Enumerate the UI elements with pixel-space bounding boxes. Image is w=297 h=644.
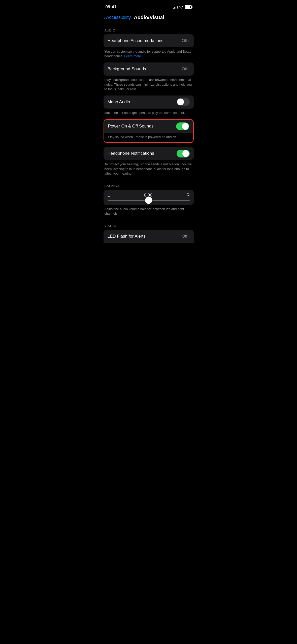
- back-chevron-icon: ‹: [104, 15, 105, 20]
- visual-section-label: VISUAL: [104, 220, 194, 230]
- main-content: AUDIO Headphone Accommodations Off › You…: [100, 24, 198, 243]
- headphone-accommodations-row[interactable]: Headphone Accommodations Off ›: [104, 34, 194, 47]
- battery-icon: [185, 5, 192, 9]
- learn-more-link[interactable]: Learn more...: [124, 54, 144, 58]
- balance-slider-thumb[interactable]: [145, 197, 152, 204]
- mono-audio-description: Make the left and right speakers play th…: [104, 109, 194, 119]
- nav-header: ‹ Accessibility Audio/Visual: [100, 13, 198, 24]
- mono-audio-row[interactable]: Mono Audio: [104, 95, 194, 109]
- balance-section-label: BALANCE: [104, 180, 194, 190]
- led-flash-label: LED Flash for Alerts: [108, 230, 146, 242]
- power-sounds-highlighted: Power On & Off Sounds Play sound when iP…: [104, 119, 194, 143]
- headphone-notifications-toggle[interactable]: [177, 150, 190, 157]
- power-sounds-description: Play sound when iPhone is powered on and…: [104, 133, 193, 142]
- back-label[interactable]: Accessibility: [106, 15, 131, 20]
- balance-right-label: R: [186, 193, 189, 198]
- power-sounds-row[interactable]: Power On & Off Sounds: [104, 120, 193, 133]
- chevron-right-icon: ›: [188, 234, 190, 238]
- balance-slider-track[interactable]: [108, 200, 190, 201]
- audio-section-label: AUDIO: [104, 24, 194, 34]
- balance-left-label: L: [108, 193, 110, 198]
- chevron-right-icon: ›: [188, 67, 190, 71]
- led-flash-row[interactable]: LED Flash for Alerts Off ›: [104, 230, 194, 243]
- mono-audio-label: Mono Audio: [108, 96, 130, 108]
- headphone-notifications-label: Headphone Notifications: [108, 147, 154, 159]
- led-flash-value: Off ›: [182, 234, 189, 239]
- mono-audio-toggle[interactable]: [177, 98, 190, 106]
- headphone-notifications-description: To protect your hearing, iPhone sends a …: [104, 160, 194, 180]
- balance-container: L 0.00 R: [104, 190, 194, 205]
- wifi-icon: [179, 6, 183, 9]
- status-icons: [173, 5, 192, 9]
- page-title: Audio/Visual: [134, 15, 164, 20]
- background-sounds-label: Background Sounds: [108, 63, 146, 75]
- headphone-accommodations-value: Off ›: [182, 38, 189, 43]
- power-sounds-toggle[interactable]: [176, 122, 189, 130]
- status-time: 09:41: [106, 5, 116, 10]
- headphone-notifications-row[interactable]: Headphone Notifications: [104, 147, 194, 160]
- balance-description: Adjust the audio volume balance between …: [104, 205, 194, 220]
- back-button[interactable]: ‹ Accessibility: [104, 15, 131, 20]
- status-bar: 09:41: [100, 0, 198, 13]
- power-sounds-label: Power On & Off Sounds: [108, 120, 154, 132]
- headphone-accommodations-label: Headphone Accommodations: [108, 35, 163, 47]
- background-sounds-row[interactable]: Background Sounds Off ›: [104, 62, 194, 76]
- chevron-right-icon: ›: [188, 39, 190, 43]
- signal-icon: [173, 6, 178, 9]
- background-sounds-value: Off ›: [182, 67, 189, 72]
- background-sounds-description: Plays background sounds to mask unwanted…: [104, 76, 194, 95]
- headphone-accommodations-description: You can customize the audio for supporte…: [104, 47, 194, 62]
